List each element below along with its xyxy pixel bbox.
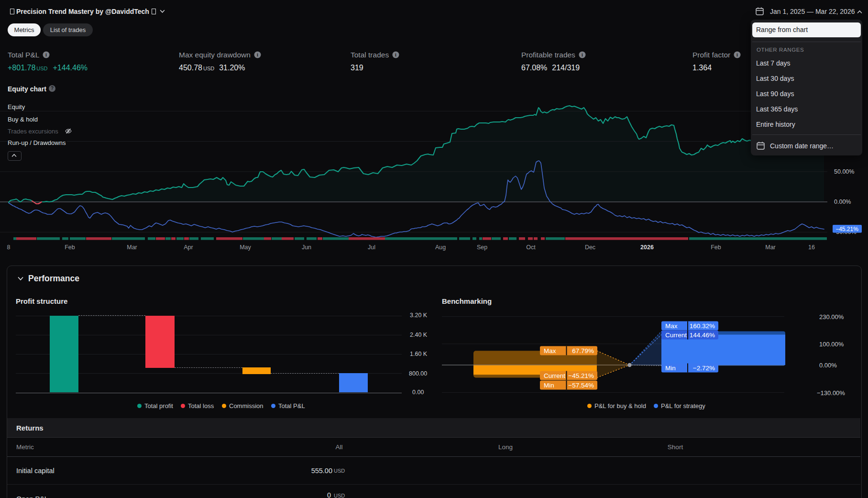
svg-text:Current: Current [665,332,687,339]
svg-text:Oct: Oct [526,244,536,251]
svg-text:Jun: Jun [302,244,311,251]
svg-text:Mar: Mar [765,244,776,251]
svg-text:0.00%: 0.00% [819,362,837,369]
svg-text:2026: 2026 [640,244,654,251]
svg-text:144.46%: 144.46% [690,332,715,339]
svg-text:−57.54%: −57.54% [568,382,594,389]
svg-text:i: i [257,52,258,57]
svg-text:Jul: Jul [368,244,375,251]
svg-text:Dec: Dec [585,244,595,251]
svg-text:Mar: Mar [127,244,137,251]
svg-text:−2.72%: −2.72% [693,365,715,372]
svg-text:50.00%: 50.00% [834,168,854,175]
svg-text:May: May [240,244,251,251]
svg-text:Min: Min [665,365,676,372]
svg-text:0.00%: 0.00% [834,199,851,205]
svg-text:i: i [736,52,738,57]
svg-text:67.79%: 67.79% [572,347,594,354]
svg-text:Feb: Feb [711,244,721,251]
svg-text:Current: Current [544,372,565,379]
svg-text:i: i [395,52,396,57]
svg-text:230.00%: 230.00% [819,313,844,321]
svg-text:Feb: Feb [65,244,75,251]
svg-text:Max: Max [665,322,678,330]
svg-text:Sep: Sep [477,244,487,251]
svg-text:Apr: Apr [184,244,193,251]
svg-text:i: i [582,52,583,57]
svg-text:Aug: Aug [435,244,446,251]
svg-text:Min: Min [544,382,554,389]
svg-text:160.32%: 160.32% [690,322,715,330]
svg-text:?: ? [51,86,54,91]
svg-text:8: 8 [7,244,11,251]
svg-text:i: i [45,52,47,57]
svg-text:Max: Max [544,347,556,354]
svg-text:100.00%: 100.00% [819,341,844,348]
svg-text:−130.00%: −130.00% [817,389,845,397]
svg-text:−45.21%: −45.21% [568,372,594,379]
svg-text:−45.21%: −45.21% [835,226,858,232]
svg-text:16: 16 [808,244,815,251]
